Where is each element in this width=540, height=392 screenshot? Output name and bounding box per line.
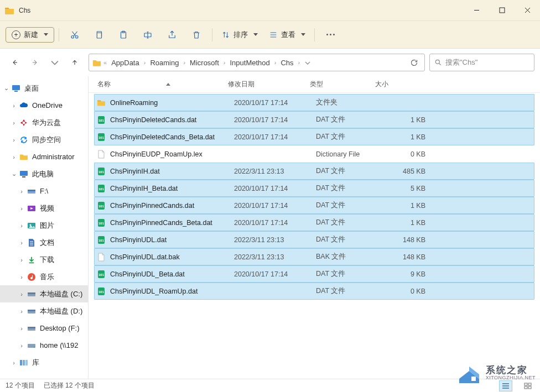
svg-text:101: 101 <box>98 273 105 276</box>
expand-icon[interactable]: ⌄ <box>10 170 18 177</box>
titlebar: Chs <box>0 0 540 21</box>
file-row[interactable]: 101ChsPinyinIH_Beta.dat2020/10/17 17:14D… <box>94 180 534 197</box>
file-type: DAT 文件 <box>316 218 381 227</box>
delete-button[interactable] <box>185 25 207 44</box>
sort-button[interactable]: 排序 <box>217 28 262 42</box>
file-row[interactable]: 101ChsPinyinPinnedCands.dat2020/10/17 17… <box>94 197 534 214</box>
sidebar-item[interactable]: ›音乐 <box>0 268 88 285</box>
rename-button[interactable] <box>137 25 159 44</box>
search-input[interactable]: 搜索"Chs" <box>429 54 534 71</box>
sidebar-item[interactable]: ›Desktop (F:) <box>0 320 88 337</box>
share-button[interactable] <box>161 25 183 44</box>
col-type[interactable]: 类型 <box>310 80 375 89</box>
svg-text:101: 101 <box>98 136 105 139</box>
file-type: 文件夹 <box>316 98 381 107</box>
recent-button[interactable] <box>45 53 64 72</box>
back-button[interactable] <box>6 53 24 72</box>
expand-icon[interactable]: › <box>18 325 25 332</box>
expand-icon[interactable]: › <box>18 257 25 263</box>
sidebar-item[interactable]: ›F:\ <box>0 182 88 200</box>
view-button[interactable]: 查看 <box>264 28 310 42</box>
sidebar-item[interactable]: ›同步空间 <box>0 131 88 148</box>
forward-button[interactable] <box>25 53 44 72</box>
paste-button[interactable] <box>112 25 134 44</box>
breadcrumb-seg[interactable]: Roaming <box>148 58 181 68</box>
watermark-logo-icon <box>456 362 482 384</box>
file-date: 2022/3/11 23:13 <box>234 236 316 244</box>
address-expand[interactable] <box>302 61 313 65</box>
expand-icon[interactable]: › <box>10 154 18 160</box>
breadcrumb-seg[interactable]: Microsoft <box>188 58 221 68</box>
file-row[interactable]: 101ChsPinyinUDL.dat2022/3/11 23:13DAT 文件… <box>94 231 534 248</box>
file-row[interactable]: 101ChsPinyinIH.dat2022/3/11 23:13DAT 文件4… <box>94 163 534 180</box>
file-date: 2022/3/11 23:13 <box>234 168 316 175</box>
expand-icon[interactable]: › <box>18 342 25 349</box>
file-row[interactable]: ChsPinyinEUDP_RoamUp.lexDictionary File0… <box>94 145 534 163</box>
copy-button[interactable] <box>88 25 110 44</box>
file-row[interactable]: 101ChsPinyinUDL_Beta.dat2020/10/17 17:14… <box>94 265 534 283</box>
up-button[interactable] <box>65 53 84 72</box>
sidebar-item[interactable]: ›OneDrive <box>0 97 88 114</box>
desktop-icon <box>11 83 21 93</box>
search-icon <box>434 59 442 66</box>
sidebar-item[interactable]: ⌄桌面 <box>0 80 88 97</box>
downloads-icon <box>27 255 37 265</box>
status-count: 12 个项目 <box>6 381 35 390</box>
expand-icon[interactable]: › <box>18 308 25 315</box>
more-button[interactable] <box>319 25 341 44</box>
expand-icon[interactable]: › <box>18 222 25 229</box>
file-row[interactable]: 101ChsPinyinDeletedCands_Beta.dat2020/10… <box>94 128 534 145</box>
new-button[interactable]: + 新建 <box>6 27 54 43</box>
breadcrumb-seg[interactable]: InputMethod <box>228 58 272 68</box>
col-name[interactable]: 名称 <box>89 80 228 89</box>
expand-icon[interactable]: › <box>18 291 25 297</box>
file-date: 2020/10/17 17:14 <box>234 99 316 107</box>
file-row[interactable]: OnlineRoaming2020/10/17 17:14文件夹 <box>94 94 534 111</box>
col-size[interactable]: 大小 <box>375 80 425 89</box>
expand-icon[interactable]: › <box>18 239 25 246</box>
svg-text:101: 101 <box>98 119 105 122</box>
file-row[interactable]: 101ChsPinyinDeletedCands.dat2020/10/17 1… <box>94 111 534 128</box>
maximize-button[interactable] <box>489 0 515 20</box>
svg-point-2 <box>76 35 79 38</box>
expand-icon[interactable]: › <box>18 205 25 212</box>
sidebar-item[interactable]: ›图片 <box>0 217 88 234</box>
sidebar-item[interactable]: ›Administrator <box>0 148 88 165</box>
sidebar-item-label: 本地磁盘 (D:) <box>40 306 82 316</box>
file-row[interactable]: 101ChsPinyinUDL_RoamUp.datDAT 文件0 KB <box>94 283 534 300</box>
breadcrumb-seg[interactable]: AppData <box>109 58 142 68</box>
view-label: 查看 <box>281 30 295 40</box>
cut-button[interactable] <box>64 25 86 44</box>
file-type: DAT 文件 <box>316 132 381 142</box>
sort-asc-icon <box>166 83 170 86</box>
refresh-button[interactable] <box>407 59 421 67</box>
sidebar-item[interactable]: ›本地磁盘 (D:) <box>0 302 88 320</box>
chevron-down-icon <box>301 33 305 36</box>
expand-icon[interactable]: › <box>10 102 18 109</box>
expand-icon[interactable]: › <box>10 359 18 366</box>
sidebar-item[interactable]: ›文档 <box>0 234 88 251</box>
close-button[interactable] <box>515 0 540 20</box>
address-bar[interactable]: « AppData› Roaming› Microsoft› InputMeth… <box>89 54 425 71</box>
sidebar-item[interactable]: ›华为云盘 <box>0 114 88 131</box>
file-type: DAT 文件 <box>316 166 381 176</box>
expand-icon[interactable]: › <box>10 137 18 143</box>
col-date[interactable]: 修改日期 <box>228 80 310 89</box>
file-row[interactable]: ChsPinyinUDL.dat.bak2022/3/11 23:13BAK 文… <box>94 248 534 265</box>
breadcrumb-seg[interactable]: Chs <box>278 58 295 68</box>
sidebar-item[interactable]: ›库 <box>0 354 88 371</box>
sidebar-item[interactable]: ›home (\\192 <box>0 337 88 354</box>
file-date: 2020/10/17 17:14 <box>234 133 316 141</box>
expand-icon[interactable]: ⌄ <box>2 85 10 92</box>
sidebar-item[interactable]: ›下载 <box>0 251 88 268</box>
file-row[interactable]: 101ChsPinyinPinnedCands_Beta.dat2020/10/… <box>94 214 534 231</box>
svg-rect-49 <box>525 386 527 389</box>
expand-icon[interactable]: › <box>18 188 25 195</box>
sidebar-item[interactable]: ›视频 <box>0 200 88 217</box>
sidebar: ⌄桌面›OneDrive›华为云盘›同步空间›Administrator⌄此电脑… <box>0 76 89 379</box>
expand-icon[interactable]: › <box>10 119 18 126</box>
sidebar-item[interactable]: ›本地磁盘 (C:) <box>0 285 88 302</box>
minimize-button[interactable] <box>464 0 489 20</box>
expand-icon[interactable]: › <box>18 274 25 280</box>
sidebar-item[interactable]: ⌄此电脑 <box>0 165 88 182</box>
